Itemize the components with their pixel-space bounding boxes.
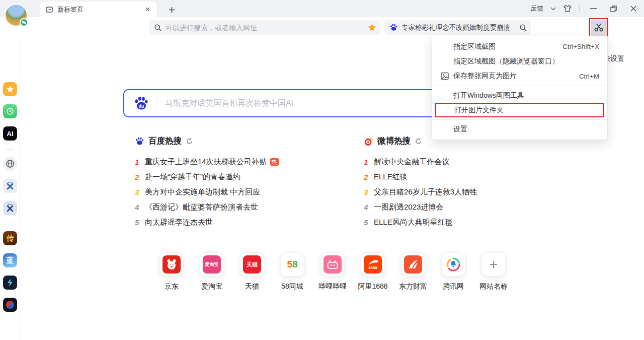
shortcut-label: 京东: [165, 282, 179, 291]
menu-item-open-paint[interactable]: 打开Windows画图工具: [432, 88, 607, 103]
sidebar-game-icon-3[interactable]: [3, 276, 17, 290]
hot-item-text[interactable]: 父亲目睹26岁儿子连救3人牺牲: [374, 187, 477, 197]
shortcut-label: 阿里1688: [358, 282, 387, 291]
hot-item-text[interactable]: ELLE红毯: [374, 172, 408, 182]
user-avatar[interactable]: [5, 4, 28, 27]
hot-search-text[interactable]: 专家称彩礼理念不改婚姻制度要崩溃: [401, 23, 519, 32]
hot-item[interactable]: 3美方对中企实施单边制裁 中方回应: [135, 184, 351, 199]
sidebar-site-icon-1[interactable]: [3, 179, 17, 193]
bilibili-icon: [324, 255, 342, 274]
hot-badge: 热: [270, 158, 279, 166]
browser-window: 新标签页 反馈: [0, 0, 644, 340]
hot-item-text[interactable]: 一图剧透2023进博会: [374, 202, 443, 212]
menu-item-label: 打开Windows画图工具: [453, 91, 524, 100]
restore-window-button[interactable]: [607, 2, 620, 15]
feedback-button[interactable]: 反馈: [530, 4, 543, 13]
menu-item-region-screenshot[interactable]: 指定区域截图 Ctrl+Shift+X: [432, 39, 607, 54]
sidebar-ai-assistant-icon[interactable]: AI: [3, 126, 17, 141]
menu-divider: [432, 119, 607, 120]
new-tab-page-icon: [45, 6, 53, 14]
sidebar-history-icon[interactable]: [3, 104, 17, 118]
hot-search-bar[interactable]: 专家称彩礼理念不改婚姻制度要崩溃: [384, 20, 531, 35]
sidebar-favorites-icon[interactable]: [3, 82, 17, 96]
menu-item-settings[interactable]: 设置: [432, 122, 607, 137]
rank-number: 3: [364, 188, 372, 196]
hot-item[interactable]: 1解读中央金融工作会议: [364, 154, 580, 169]
eastmoney-icon: [404, 255, 422, 274]
hot-item-text[interactable]: ELLE风尚大典明星红毯: [374, 218, 453, 227]
menu-item-open-pictures-folder[interactable]: 打开图片文件夹: [435, 103, 604, 117]
baidu-paw-icon: [389, 23, 398, 32]
hot-item-text[interactable]: 《西游记》毗蓝婆菩萨扮演者去世: [145, 202, 258, 212]
minimize-button[interactable]: [587, 2, 600, 15]
hot-item-text[interactable]: 赴一场“穿越千年”的青春邀约: [145, 172, 240, 182]
shortcut-tmall[interactable]: 天猫 天猫: [232, 252, 272, 291]
baidu-hot-refresh-icon[interactable]: [186, 138, 193, 145]
address-bar[interactable]: [149, 20, 380, 35]
theme-skin-icon[interactable]: [563, 5, 572, 13]
address-input[interactable]: [166, 24, 368, 32]
shortcut-bilibili[interactable]: 哔哩哔哩: [312, 252, 353, 291]
hot-item[interactable]: 4一图剧透2023进博会: [364, 199, 580, 215]
shortcut-58[interactable]: 58 58同城: [272, 252, 312, 291]
menu-item-label: 保存整张网页为图片: [453, 72, 517, 81]
hot-item-text[interactable]: 向太辟谣李连杰去世: [145, 218, 213, 227]
ali1688-icon: 1688: [364, 255, 382, 274]
hot-item[interactable]: 4《西游记》毗蓝婆菩萨扮演者去世: [135, 199, 351, 215]
feedback-chevron-down-icon[interactable]: [550, 7, 556, 11]
shortcut-tencent[interactable]: 腾讯网: [433, 252, 473, 291]
rank-number: 3: [135, 188, 143, 196]
game2-glyph: 蓝: [7, 256, 14, 265]
hot-item[interactable]: 5向太辟谣李连杰去世: [135, 215, 351, 230]
new-tab-button[interactable]: [166, 4, 177, 15]
hot-item[interactable]: 3父亲目睹26岁儿子连救3人牺牲: [364, 184, 580, 199]
search-icon: [154, 24, 162, 32]
sidebar-divider: [6, 149, 14, 150]
baidu-hot-logo-icon: [135, 137, 144, 146]
hot-item[interactable]: 2赴一场“穿越千年”的青春邀约: [135, 169, 351, 184]
plus-icon: [485, 255, 503, 274]
shortcut-eastmoney[interactable]: 东方财富: [393, 252, 433, 291]
shortcut-label: 爱淘宝: [201, 282, 222, 291]
hot-item-text[interactable]: 重庆女子上班坐14次扶梯获公司补贴: [145, 157, 267, 167]
menu-item-region-screenshot-hide-window[interactable]: 指定区域截图（隐藏浏览器窗口）: [432, 54, 607, 69]
baidu-hot-section: 百度热搜 1重庆女子上班坐14次扶梯获公司补贴热 2赴一场“穿越千年”的青春邀约…: [135, 135, 351, 230]
tab-new-page[interactable]: 新标签页: [40, 2, 157, 17]
sidebar-globe-icon[interactable]: [3, 157, 17, 171]
shortcut-label: 腾讯网: [443, 282, 464, 291]
shortcut-add-site[interactable]: 网站名称: [473, 252, 514, 291]
baidu-logo-icon: du: [133, 95, 149, 111]
tab-close-icon[interactable]: [143, 5, 152, 14]
hot-item[interactable]: 1重庆女子上班坐14次扶梯获公司补贴热: [135, 154, 351, 169]
sidebar-game-icon-1[interactable]: 传: [3, 231, 17, 245]
rank-number: 5: [364, 218, 372, 227]
screenshot-scissors-button[interactable]: [591, 20, 607, 36]
favorite-star-icon[interactable]: [368, 23, 376, 32]
screenshot-dropdown-menu: 指定区域截图 Ctrl+Shift+X 指定区域截图（隐藏浏览器窗口） 保存整张…: [432, 36, 608, 140]
sidebar-game-icon-2[interactable]: 蓝: [3, 253, 17, 267]
weibo-hot-refresh-icon[interactable]: [415, 138, 422, 145]
weibo-hot-section: 微博热搜 1解读中央金融工作会议 2ELLE红毯 3父亲目睹26岁儿子连救3人牺…: [364, 135, 580, 230]
menu-item-label: 指定区域截图（隐藏浏览器窗口）: [453, 57, 559, 66]
hot-search-magnifier-icon[interactable]: [519, 24, 527, 32]
shortcut-1688[interactable]: 1688 阿里1688: [353, 252, 393, 291]
hot-item[interactable]: 2ELLE红毯: [364, 169, 580, 184]
svg-text:du: du: [139, 104, 144, 109]
hot-item-text[interactable]: 解读中央金融工作会议: [374, 157, 449, 167]
scissors-icon: [594, 23, 604, 32]
menu-item-shortcut: Ctrl+Shift+X: [562, 43, 599, 50]
shortcut-label: 哔哩哔哩: [318, 282, 347, 291]
hot-item-text[interactable]: 美方对中企实施单边制裁 中方回应: [145, 187, 260, 197]
sidebar-game-icon-4[interactable]: [3, 298, 17, 312]
shortcut-label: 东方财富: [399, 282, 427, 291]
tencent-icon: [444, 255, 462, 274]
rank-number: 2: [364, 173, 372, 181]
sidebar-site-icon-2[interactable]: [3, 201, 17, 215]
hot-item[interactable]: 5ELLE风尚大典明星红毯: [364, 215, 580, 230]
menu-item-save-full-page[interactable]: 保存整张网页为图片 Ctrl+M: [432, 69, 607, 84]
shortcut-jd[interactable]: 京东: [151, 252, 192, 291]
close-button[interactable]: [627, 2, 640, 15]
rank-number: 5: [135, 218, 143, 227]
shortcut-aitaobao[interactable]: 爱淘宝 爱淘宝: [192, 252, 232, 291]
tab-bar: 新标签页 反馈: [0, 0, 644, 17]
